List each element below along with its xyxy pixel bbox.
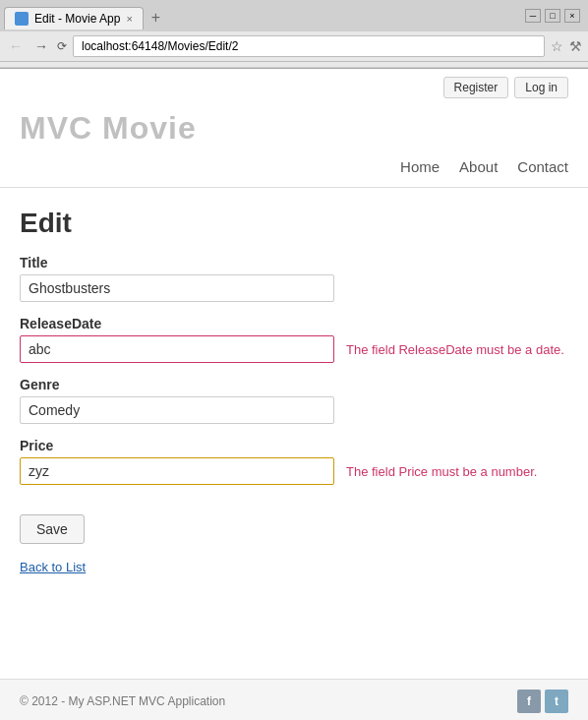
browser-chrome: Edit - Movie App × + ─ □ × ← → ⟳ ☆ ⚒ [0, 0, 588, 69]
address-bar: ← → ⟳ ☆ ⚒ [0, 31, 588, 62]
tab-favicon [15, 12, 29, 26]
maximize-button[interactable]: □ [545, 9, 560, 23]
release-date-group: ReleaseDate The field ReleaseDate must b… [20, 316, 568, 363]
price-error: The field Price must be a number. [346, 464, 537, 479]
new-tab-button[interactable]: + [147, 9, 164, 27]
facebook-icon[interactable]: f [517, 690, 541, 713]
refresh-button[interactable]: ⟳ [57, 39, 67, 53]
active-tab[interactable]: Edit - Movie App × [4, 7, 144, 30]
title-input[interactable] [20, 274, 334, 302]
tab-bar: Edit - Movie App × + ─ □ × [0, 0, 588, 31]
nav-contact[interactable]: Contact [517, 158, 568, 175]
price-row: The field Price must be a number. [20, 457, 568, 485]
price-input[interactable] [20, 457, 334, 485]
back-to-list-link[interactable]: Back to List [20, 560, 86, 574]
main-content: Edit Title ReleaseDate The field Release… [0, 188, 588, 595]
page-heading: Edit [20, 208, 568, 239]
site-footer: © 2012 - My ASP.NET MVC Application f t [0, 679, 588, 720]
price-group: Price The field Price must be a number. [20, 438, 568, 485]
bookmarks-bar [0, 62, 588, 68]
title-group: Title [20, 255, 568, 302]
tab-title: Edit - Movie App [34, 12, 120, 26]
register-button[interactable]: Register [443, 77, 509, 98]
login-button[interactable]: Log in [514, 77, 568, 98]
genre-label: Genre [20, 377, 568, 392]
back-button[interactable]: ← [6, 36, 26, 56]
title-label: Title [20, 255, 568, 270]
main-nav: Home About Contact [20, 150, 568, 187]
social-icons: f t [517, 690, 568, 713]
save-button[interactable]: Save [20, 514, 85, 544]
tab-close-button[interactable]: × [126, 13, 132, 25]
forward-button[interactable]: → [31, 36, 51, 56]
site-title: MVC Movie [20, 102, 568, 150]
site-header: Register Log in MVC Movie Home About Con… [0, 69, 588, 188]
copyright-text: © 2012 - My ASP.NET MVC Application [20, 694, 225, 708]
window-controls: ─ □ × [525, 9, 584, 27]
genre-group: Genre [20, 377, 568, 424]
release-date-row: The field ReleaseDate must be a date. [20, 335, 568, 363]
page-wrapper: Register Log in MVC Movie Home About Con… [0, 69, 588, 679]
twitter-icon[interactable]: t [545, 690, 568, 713]
release-date-input[interactable] [20, 335, 334, 363]
header-top: Register Log in [20, 69, 568, 102]
price-label: Price [20, 438, 568, 453]
minimize-button[interactable]: ─ [525, 9, 541, 23]
release-date-label: ReleaseDate [20, 316, 568, 331]
genre-input[interactable] [20, 396, 334, 424]
close-button[interactable]: × [564, 9, 580, 23]
settings-wrench-icon[interactable]: ⚒ [569, 38, 582, 54]
nav-home[interactable]: Home [400, 158, 440, 175]
nav-about[interactable]: About [459, 158, 498, 175]
url-bar[interactable] [73, 35, 545, 57]
release-date-error: The field ReleaseDate must be a date. [346, 342, 564, 357]
bookmark-star-icon[interactable]: ☆ [551, 38, 563, 54]
